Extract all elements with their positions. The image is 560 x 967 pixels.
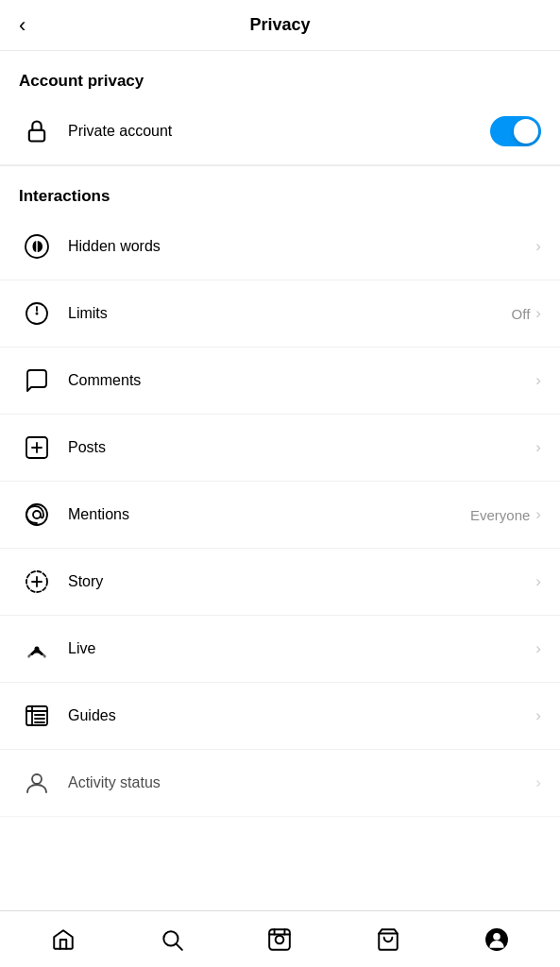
bottom-nav (0, 910, 560, 967)
page-title: Privacy (249, 15, 310, 35)
limits-icon (19, 296, 55, 331)
story-chevron: › (535, 572, 541, 591)
nav-search[interactable] (148, 916, 195, 963)
story-label: Story (68, 573, 535, 590)
toggle-thumb (514, 119, 538, 144)
posts-label: Posts (68, 439, 535, 456)
activity-status-label: Activity status (68, 774, 535, 791)
limits-row[interactable]: Limits Off › (0, 280, 560, 348)
mention-icon (19, 497, 55, 533)
posts-chevron: › (535, 438, 541, 457)
limits-value: Off (512, 306, 531, 322)
nav-shop[interactable] (365, 916, 412, 963)
mentions-value: Everyone (470, 507, 530, 523)
story-icon (19, 564, 55, 600)
filter-icon (19, 229, 55, 264)
svg-point-24 (276, 935, 284, 943)
hidden-words-label: Hidden words (68, 238, 535, 255)
svg-point-3 (36, 313, 39, 315)
guides-icon (19, 698, 55, 734)
back-button[interactable]: ‹ (19, 15, 25, 36)
interactions-heading: Interactions (0, 166, 560, 213)
hidden-words-chevron: › (535, 237, 541, 256)
svg-rect-23 (270, 929, 291, 950)
comments-label: Comments (68, 372, 535, 389)
live-row[interactable]: Live › (0, 616, 560, 683)
svg-rect-0 (29, 130, 44, 142)
comments-row[interactable]: Comments › (0, 348, 560, 415)
interactions-section: Interactions Hidden words › Limits Off › (0, 166, 560, 817)
lock-icon (19, 113, 55, 149)
private-account-toggle[interactable] (490, 116, 541, 146)
header: ‹ Privacy (0, 0, 560, 51)
activity-status-chevron: › (535, 773, 541, 792)
svg-point-9 (33, 511, 41, 518)
activity-icon (19, 765, 55, 801)
hidden-words-row[interactable]: Hidden words › (0, 213, 560, 280)
svg-point-20 (32, 774, 42, 784)
account-privacy-heading: Account privacy (0, 51, 560, 98)
live-chevron: › (535, 639, 541, 658)
private-account-label: Private account (68, 123, 490, 140)
posts-row[interactable]: Posts › (0, 415, 560, 482)
svg-point-30 (493, 932, 501, 940)
account-privacy-section: Account privacy Private account (0, 51, 560, 165)
mentions-label: Mentions (68, 506, 470, 523)
nav-home[interactable] (40, 916, 87, 963)
limits-chevron: › (535, 304, 541, 323)
mentions-row[interactable]: Mentions Everyone › (0, 482, 560, 549)
live-label: Live (68, 640, 535, 657)
nav-reels[interactable] (256, 916, 303, 963)
comments-chevron: › (535, 371, 541, 390)
toggle-track (490, 116, 541, 146)
nav-profile[interactable] (473, 916, 520, 963)
svg-line-22 (177, 943, 182, 949)
story-row[interactable]: Story › (0, 549, 560, 616)
comment-icon (19, 363, 55, 399)
activity-status-row[interactable]: Activity status › (0, 750, 560, 817)
live-icon (19, 631, 55, 667)
guides-chevron: › (535, 706, 541, 725)
limits-label: Limits (68, 305, 512, 322)
bottom-spacer (0, 817, 560, 883)
guides-row[interactable]: Guides › (0, 683, 560, 750)
posts-icon (19, 430, 55, 466)
private-account-row[interactable]: Private account (0, 98, 560, 165)
mentions-chevron: › (535, 505, 541, 524)
guides-label: Guides (68, 707, 535, 724)
